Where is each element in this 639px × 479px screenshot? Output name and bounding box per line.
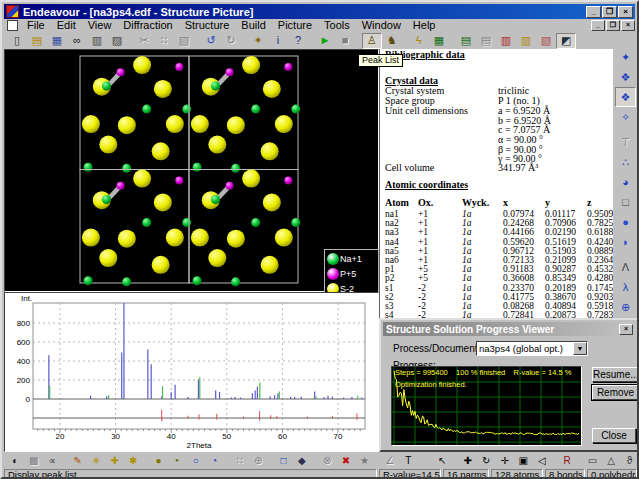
menu-structure[interactable]: Structure (179, 19, 236, 31)
pattern-a-button[interactable]: ∷ (230, 453, 249, 468)
peak-marks-button[interactable]: λ (615, 277, 636, 297)
copy-button[interactable]: ∷ (154, 33, 174, 49)
result-chart-button[interactable]: ▦ (429, 33, 449, 49)
start-calculation-button[interactable]: ► (315, 33, 335, 49)
child-restore-button[interactable]: ❐ (606, 20, 620, 31)
menu-window[interactable]: Window (356, 19, 407, 31)
print-button[interactable]: ▨ (107, 33, 127, 49)
menu-help[interactable]: Help (407, 19, 442, 31)
stop-calculation-button[interactable]: ■ (335, 33, 355, 49)
save-file-button[interactable]: ▦ (47, 33, 67, 49)
powder-pattern-button[interactable]: Λ (615, 257, 636, 277)
paste-button[interactable]: ▧ (174, 33, 194, 49)
undo-button[interactable]: ↺ (201, 33, 221, 49)
edit-atoms-button[interactable]: ✎ (68, 453, 87, 468)
move-atoms-button[interactable]: ✚ (105, 453, 124, 468)
unit-cell-box-button[interactable]: □ (274, 453, 293, 468)
dialog-title-bar[interactable]: Structure Solution Progress Viewer × (383, 322, 636, 336)
rotate-view-button[interactable]: ↻ (477, 453, 496, 468)
measure-bond-button[interactable]: ∝ (43, 453, 62, 468)
remove-button[interactable]: Remove (592, 385, 639, 400)
center-cell-button[interactable]: ✧ (615, 107, 636, 127)
rotate-step-button[interactable]: ∠ (380, 453, 399, 468)
symmetry-dots-button[interactable]: ✦ (615, 47, 636, 67)
find-button[interactable]: ∞ (67, 33, 87, 49)
menu-file[interactable]: File (21, 19, 51, 31)
real-time-button[interactable]: ⊕ (615, 297, 636, 317)
sphere-full-button[interactable]: ● (615, 212, 636, 232)
process-document-select[interactable]: na3ps4 (global opt.) ▼ (476, 341, 588, 356)
child-close-button[interactable]: × (621, 20, 635, 31)
r-labels-button[interactable]: R (558, 453, 577, 468)
polyhedra-button[interactable]: ◆ (293, 453, 312, 468)
solution-viewer-button[interactable]: ♞ (382, 33, 402, 49)
cut-button[interactable]: ✂ (134, 33, 154, 49)
view-powder-pattern-button[interactable]: ▥ (516, 33, 536, 49)
delete-atom-button[interactable]: ✖ (337, 453, 356, 468)
text-label-button[interactable]: T (399, 453, 418, 468)
shear-view-button[interactable]: ◁ (533, 453, 552, 468)
angle-measure-button[interactable]: △ (602, 453, 621, 468)
diffraction-chart-window[interactable]: 2030405060700200400600800Int.2Theta (4, 292, 379, 452)
view-mixed-button[interactable]: ▧ (536, 33, 556, 49)
split-atoms-button[interactable]: ✱ (124, 453, 143, 468)
view-structure-picture-button[interactable]: ◩ (556, 33, 576, 49)
open-file-button[interactable]: ▤ (27, 33, 47, 49)
pack-cell-button[interactable]: ❖ (615, 67, 636, 87)
new-file-button[interactable]: ▯ (7, 33, 27, 49)
style-filled-button[interactable]: ● (149, 453, 168, 468)
close-dialog-button[interactable]: Close (592, 428, 636, 443)
show-polyhedra-button[interactable]: ◕ (615, 172, 636, 192)
close-button[interactable]: × (618, 6, 633, 18)
chevron-down-icon[interactable]: ▼ (573, 342, 587, 355)
atom-pair-button[interactable]: ◐ (6, 453, 25, 468)
add-atoms-button[interactable]: ✳ (87, 453, 106, 468)
view-peak-list-button[interactable]: ▥ (496, 33, 516, 49)
menu-picture[interactable]: Picture (272, 19, 318, 31)
move-view-button[interactable]: ✚ (458, 453, 477, 468)
style-ring-button[interactable]: ○ (186, 453, 205, 468)
crystal-structure-view[interactable] (5, 50, 378, 291)
view-data-sheet-icon: ▤ (461, 35, 471, 46)
pattern-b-button[interactable]: ⊕ (249, 453, 268, 468)
view-data-table-button[interactable]: ▤ (476, 33, 496, 49)
favorite-button[interactable]: ★ (355, 453, 374, 468)
print-preview-button[interactable]: ▥ (87, 33, 107, 49)
torsion-measure-button[interactable]: ϑ (620, 453, 639, 468)
pointer-button[interactable]: ↖ (433, 453, 452, 468)
translate-view-button[interactable]: ✛ (495, 453, 514, 468)
view-data-sheet-button[interactable]: ▤ (456, 33, 476, 49)
quick-start-button[interactable]: ϟ (409, 33, 429, 49)
info-button[interactable]: i (268, 33, 288, 49)
dialog-close-icon[interactable]: × (619, 324, 633, 335)
minimize-button[interactable]: _ (586, 6, 601, 18)
child-minimize-button[interactable]: _ (591, 20, 605, 31)
menu-build[interactable]: Build (235, 19, 271, 31)
menu-view[interactable]: View (82, 19, 118, 31)
atom-grid-button[interactable]: ▩ (25, 453, 44, 468)
structure-picture-window[interactable]: Na+1P+5S-2 (4, 49, 379, 292)
show-cell-edges-button[interactable]: □ (615, 192, 636, 212)
menu-diffraction[interactable]: Diffraction (117, 19, 178, 31)
zoom-view-button[interactable]: ▣ (514, 453, 533, 468)
application-window: Endeavour - [na3ps4.edf - Structure Pict… (0, 0, 639, 479)
pack-box-button[interactable]: ❖ (615, 87, 636, 107)
progress-viewer-dialog[interactable]: Structure Solution Progress Viewer × Pro… (379, 318, 639, 452)
show-bonds-button[interactable]: ∴ (615, 152, 636, 172)
menu-edit[interactable]: Edit (51, 19, 82, 31)
context-help-button[interactable]: ? (288, 33, 308, 49)
options-button[interactable]: ✦ (248, 33, 268, 49)
bond-angles-button[interactable]: ⊤ (615, 132, 636, 152)
resume-button[interactable]: Resume... (592, 367, 639, 382)
sphere-cut-button[interactable]: ◗ (615, 232, 636, 252)
style-small-button[interactable]: ● (168, 453, 187, 468)
menu-tools[interactable]: Tools (318, 19, 356, 31)
restore-button[interactable]: ❐ (602, 6, 617, 18)
style-partial-button[interactable]: ◔ (205, 453, 224, 468)
delete-disabled-button[interactable]: ⊗ (318, 453, 337, 468)
structure-solution-button[interactable]: ♙ (362, 33, 382, 49)
document-icon[interactable] (7, 20, 18, 31)
redo-button[interactable]: ↻ (221, 33, 241, 49)
ruler-button[interactable]: ▭ (583, 453, 602, 468)
atom-grid-icon: ▩ (29, 455, 38, 466)
